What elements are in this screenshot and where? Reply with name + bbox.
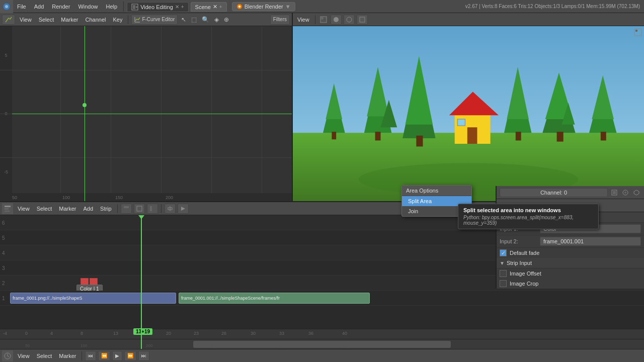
ruler-0: 0 — [25, 331, 28, 336]
ruler-neg4: -4 — [3, 331, 7, 336]
timeline-icon[interactable] — [2, 350, 13, 361]
play-next-btn[interactable]: ⏩ — [124, 351, 136, 361]
blender-logo — [236, 4, 243, 10]
strip-image[interactable]: frame_0001.png://../simpleShapeS — [10, 293, 176, 304]
ruler-40: 40 — [342, 331, 347, 336]
seq-menu-view[interactable]: View — [15, 204, 32, 214]
seq-menu-select[interactable]: Select — [34, 204, 55, 214]
seq-scrollbar-thumb[interactable] — [193, 341, 451, 348]
menu-window[interactable]: Window — [74, 0, 102, 13]
seq-menu-strip[interactable]: Strip — [98, 204, 114, 214]
image-offset-checkbox[interactable] — [500, 270, 507, 277]
seq-snap-btn[interactable] — [165, 204, 176, 214]
menu-file[interactable]: File — [13, 0, 30, 13]
props-icon1-svg — [611, 190, 617, 196]
fcurve-border-btn[interactable]: ⬚ — [190, 15, 198, 25]
seq-view-preview[interactable] — [134, 204, 145, 214]
fcurve-menu-select[interactable]: Select — [36, 15, 57, 25]
top-menu-bar: File Add Render Window Help Video Editin… — [0, 0, 644, 13]
scene-tab-close[interactable]: ✕ — [213, 4, 217, 10]
menu-help[interactable]: Help — [102, 0, 122, 13]
channel-btn[interactable]: Channel: 0 — [500, 188, 608, 197]
svg-rect-31 — [467, 127, 477, 144]
workspace-tab-add[interactable]: + — [181, 4, 184, 10]
fcurve-zoom-btn[interactable]: 🔍 — [200, 15, 211, 25]
seq-panel-icon[interactable] — [2, 203, 13, 214]
svg-rect-15 — [360, 17, 365, 22]
render-engine-btn[interactable]: Blender Render ▼ — [232, 2, 295, 11]
props-icon3[interactable] — [632, 188, 641, 198]
menu-render[interactable]: Render — [48, 0, 74, 13]
fcurve-menu-view[interactable]: View — [17, 15, 34, 25]
play-first-btn[interactable]: ⏮ — [85, 351, 96, 361]
svg-rect-51 — [124, 209, 127, 211]
bottom-ruler-300: 300 — [211, 343, 218, 348]
seq-scrollbar[interactable]: 50 100 200 300 400 500 — [0, 339, 644, 349]
image-offset-row: Image Offset — [497, 268, 644, 279]
svg-point-1 — [5, 5, 8, 8]
ruler-23: 23 — [194, 331, 199, 336]
texture-icon — [359, 17, 365, 23]
app-icon[interactable] — [0, 0, 13, 13]
workspace-tab-video-editing[interactable]: Video Editing ✕ + — [127, 2, 188, 12]
image-crop-checkbox[interactable] — [500, 280, 507, 287]
top-row: View Select Marker Channel Key F-Curve E… — [0, 13, 644, 202]
timeline-menu-marker[interactable]: Marker — [56, 351, 78, 361]
viewport-texture-mode[interactable] — [357, 15, 368, 25]
svg-rect-41 — [601, 132, 606, 140]
fcurve-menu-marker[interactable]: Marker — [58, 15, 80, 25]
scene-tab[interactable]: Scene ✕ + — [191, 2, 227, 12]
seq-view-seq[interactable] — [121, 204, 132, 214]
filters-container: Filters — [270, 15, 290, 25]
default-fade-row: ✓ Default fade — [497, 248, 644, 258]
play-btn[interactable]: ▶ — [112, 351, 122, 361]
fcurve-editor-type-btn[interactable]: F-Curve Editor — [131, 15, 178, 25]
fcurve-handle-btn[interactable]: ◈ — [213, 15, 220, 25]
fcurve-content[interactable]: 5 0 -5 — [0, 26, 292, 201]
fcurve-type-selector[interactable] — [2, 15, 15, 25]
fcurve-type-icon — [5, 16, 12, 23]
fcurve-grid: 5 0 -5 — [0, 26, 292, 201]
menu-add[interactable]: Add — [30, 0, 48, 13]
filters-btn[interactable]: Filters — [270, 15, 290, 25]
play-prev-btn[interactable]: ⏪ — [98, 351, 110, 361]
viewport-solid-mode[interactable] — [331, 15, 342, 25]
viewport-content[interactable] — [293, 26, 644, 201]
seq-menu-marker[interactable]: Marker — [56, 204, 78, 214]
props-icon1[interactable] — [610, 188, 619, 198]
fcurve-keyframe — [83, 103, 87, 107]
fcurve-menu-channel[interactable]: Channel — [83, 15, 108, 25]
play-last-btn[interactable]: ⏭ — [138, 351, 149, 361]
fcurve-snap-btn[interactable]: ⊕ — [222, 15, 230, 25]
viewport-menu-view[interactable]: View — [295, 15, 312, 25]
svg-rect-4 — [136, 6, 137, 8]
svg-rect-35 — [516, 132, 521, 140]
snap-icon — [167, 206, 173, 212]
seq-view-both[interactable] — [147, 204, 158, 214]
seq-menu-add[interactable]: Add — [80, 204, 96, 214]
seq-view-icon — [123, 206, 129, 212]
scene-tab-add[interactable]: + — [219, 4, 222, 10]
seq-render-btn[interactable] — [178, 204, 189, 214]
timeline-menu-select[interactable]: Select — [34, 351, 55, 361]
fcurve-menu-key[interactable]: Key — [110, 15, 125, 25]
svg-rect-10 — [321, 17, 324, 20]
viewport-render-mode[interactable] — [318, 15, 329, 25]
properties-panel: Channel: 0 + Frame Offset: 0:0 ▼ Effect … — [496, 186, 644, 289]
ruler-13: 13 — [113, 331, 118, 336]
workspace-tab-close[interactable]: ✕ — [175, 4, 179, 10]
bottom-ruler-400: 400 — [277, 343, 283, 348]
fcurve-cursor-btn[interactable]: ↖ — [180, 15, 188, 25]
strip-input-header[interactable]: ▼ Strip Input — [497, 258, 644, 268]
default-fade-checkbox[interactable]: ✓ — [500, 249, 507, 256]
bottom-ruler-100: 100 — [80, 343, 87, 348]
props-icon2[interactable] — [621, 188, 630, 198]
seq-playhead — [141, 215, 142, 349]
timeline-menu-view[interactable]: View — [15, 351, 32, 361]
input2-value[interactable]: frame_0001.001 — [540, 237, 641, 246]
channel-selector[interactable]: Channel: 0 — [500, 188, 608, 197]
viewport-wire-mode[interactable] — [344, 15, 355, 25]
svg-rect-25 — [375, 132, 381, 140]
strip-movie[interactable]: frame_0001.001://../simpleShapeScene/fra… — [179, 293, 370, 304]
svg-rect-50 — [124, 206, 129, 208]
